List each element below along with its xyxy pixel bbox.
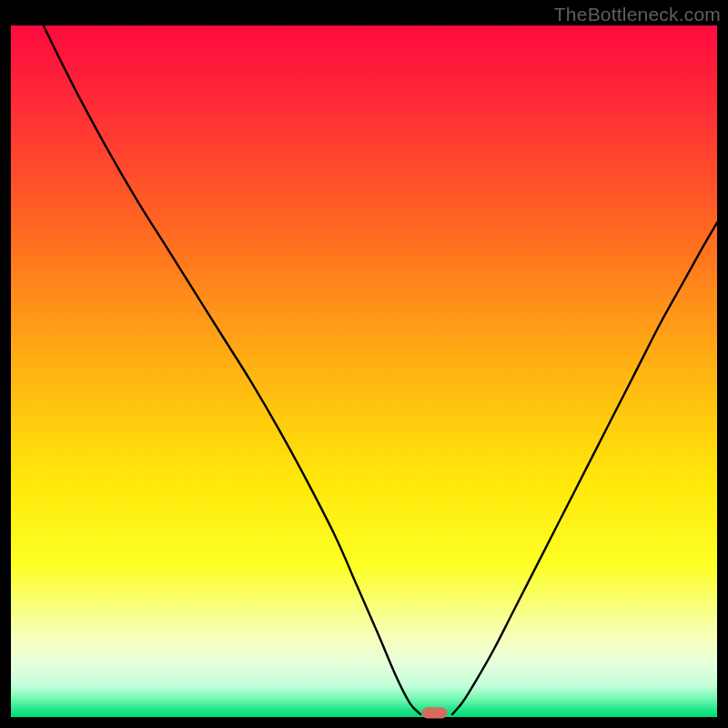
chart-svg <box>0 0 728 728</box>
chart-container: TheBottleneck.com <box>0 0 728 728</box>
plot-background <box>11 25 717 717</box>
watermark-text: TheBottleneck.com <box>554 4 721 25</box>
min-marker <box>422 707 448 718</box>
